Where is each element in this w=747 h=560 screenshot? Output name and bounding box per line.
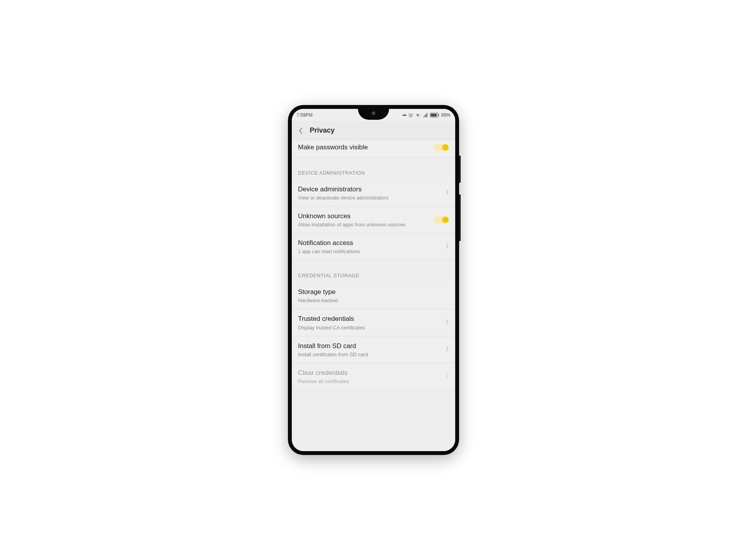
list-item-text: Notification access 1 app can read notif… [298,239,443,254]
item-subtitle: Install certificates from SD card [298,352,443,357]
svg-rect-2 [431,114,437,117]
item-title: Install from SD card [298,342,443,350]
screen: 7:59PM ••• 89% [292,109,455,451]
item-title: Unknown sources [298,212,433,220]
list-item-text: Unknown sources Allow installation of ap… [298,212,433,228]
list-item-text: Make passwords visible [298,143,433,152]
phone-frame: 7:59PM ••• 89% [288,105,459,455]
section-header-device-admin: DEVICE ADMINISTRATION [292,158,455,180]
chevron-right-icon [446,319,449,326]
status-time: 7:59PM [296,112,312,118]
item-subtitle: View or deactivate device administrators [298,195,443,201]
item-subtitle: 1 app can read notifications [298,248,443,254]
chevron-right-icon [446,189,449,196]
chevron-right-icon [446,243,449,250]
list-item-text: Trusted credentials Display trusted CA c… [298,315,443,330]
device-administrators-item[interactable]: Device administrators View or deactivate… [292,180,455,206]
item-title: Trusted credentials [298,315,443,323]
list-item-text: Clear credentials Remove all certificate… [298,369,443,384]
item-title: Notification access [298,239,443,247]
item-subtitle: Display trusted CA certificates [298,325,443,331]
storage-type-item[interactable]: Storage type Hardware-backed [292,282,455,309]
signal-icon [423,112,428,118]
make-passwords-visible-item[interactable]: Make passwords visible [292,140,455,158]
install-from-sd-card-item[interactable]: Install from SD card Install certificate… [292,336,455,363]
chevron-left-icon [298,127,303,134]
header-bar: Privacy [292,121,455,140]
item-title: Device administrators [298,185,443,194]
section-header-credential-storage: CREDENTIAL STORAGE [292,260,455,282]
item-subtitle: Remove all certificates [298,378,443,384]
make-passwords-visible-toggle[interactable] [433,144,449,151]
item-title: Storage type [298,288,449,296]
unknown-sources-item[interactable]: Unknown sources Allow installation of ap… [292,206,455,233]
more-icon: ••• [402,112,406,118]
list-item-text: Install from SD card Install certificate… [298,342,443,357]
settings-list[interactable]: Make passwords visible DEVICE ADMINISTRA… [292,140,455,451]
alarm-icon [408,113,413,118]
trusted-credentials-item[interactable]: Trusted credentials Display trusted CA c… [292,309,455,336]
phone-side-button [459,156,461,183]
wifi-icon [415,112,421,118]
item-subtitle: Hardware-backed [298,298,449,303]
item-title: Clear credentials [298,369,443,377]
list-item-text: Device administrators View or deactivate… [298,185,443,201]
phone-side-button [459,194,461,241]
svg-rect-3 [438,114,439,116]
chevron-right-icon [446,373,449,380]
notification-access-item[interactable]: Notification access 1 app can read notif… [292,233,455,260]
item-subtitle: Allow installation of apps from unknown … [298,222,433,228]
status-icons: ••• 89% [402,112,451,118]
list-item-text: Storage type Hardware-backed [298,288,449,303]
chevron-right-icon [446,346,449,353]
battery-icon [430,113,439,117]
unknown-sources-toggle[interactable] [433,216,449,223]
toggle-knob [442,144,449,150]
front-camera [372,111,375,115]
page-title: Privacy [310,126,335,135]
back-button[interactable] [296,127,304,135]
toggle-knob [442,217,449,223]
battery-percent: 89% [441,112,451,118]
item-title: Make passwords visible [298,143,433,152]
clear-credentials-item: Clear credentials Remove all certificate… [292,363,455,390]
